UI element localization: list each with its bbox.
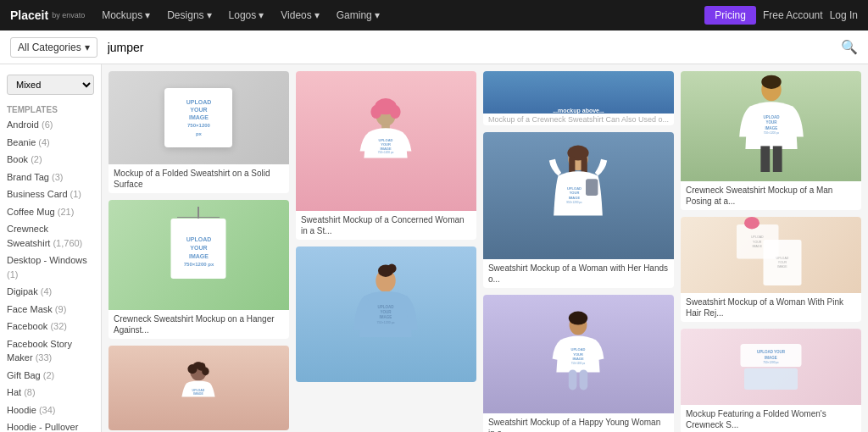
svg-rect-27 — [586, 179, 598, 196]
sidebar-item-business-card[interactable]: Business Card (1) — [0, 186, 101, 203]
grid-col-4: UPLOAD YOUR IMAGE 750×1200 px Crewneck S… — [681, 71, 861, 432]
svg-text:750×1200 px: 750×1200 px — [377, 321, 395, 324]
card-label: Sweatshirt Mockup of a Woman With Pink H… — [681, 293, 861, 322]
nav-logos[interactable]: Logos ▾ — [229, 9, 264, 21]
svg-text:YOUR: YOUR — [570, 191, 580, 195]
svg-rect-49 — [772, 146, 782, 172]
svg-point-43 — [761, 75, 781, 89]
svg-rect-38 — [569, 369, 577, 390]
sidebar-item-crewneck[interactable]: Crewneck Sweatshirt (1,760) — [0, 220, 101, 252]
sidebar-item-coffee-mug[interactable]: Coffee Mug (21) — [0, 203, 101, 221]
grid-col-2: UPLOAD YOUR IMAGE 750×1200 px Sweatshirt… — [296, 71, 476, 382]
sort-select[interactable]: Mixed Newest Popular — [7, 75, 94, 95]
free-account-button[interactable]: Free Account — [763, 9, 823, 21]
svg-text:IMAGE: IMAGE — [753, 245, 763, 248]
svg-text:750×1200 px: 750×1200 px — [763, 361, 779, 364]
svg-text:UPLOAD YOUR: UPLOAD YOUR — [757, 350, 786, 354]
card-folded-sweatshirt[interactable]: UPLOADYOURIMAGE750×1200 px Mockup of a F… — [108, 71, 289, 193]
svg-text:IMAGE: IMAGE — [380, 315, 392, 319]
svg-text:UPLOAD: UPLOAD — [571, 347, 586, 352]
sidebar-item-fb-story[interactable]: Facebook Story Maker (33) — [0, 335, 101, 367]
svg-text:750×1200 px: 750×1200 px — [571, 362, 586, 365]
card-blue-sweatshirt-model[interactable]: UPLOAD YOUR IMAGE 750×1200 px — [296, 246, 476, 382]
pricing-button[interactable]: Pricing — [704, 6, 756, 25]
svg-text:750×1200 px: 750×1200 px — [378, 151, 394, 154]
sidebar-item-hat[interactable]: Hat (8) — [0, 384, 101, 402]
login-button[interactable]: Log In — [830, 9, 858, 21]
card-label: Crewneck Sweatshirt Mockup on a Hanger A… — [108, 310, 289, 339]
card-label: Mockup Featuring a Folded Women's Crewne… — [681, 405, 861, 432]
svg-text:UPLOAD: UPLOAD — [192, 389, 205, 392]
sidebar-item-android[interactable]: Android (6) — [0, 116, 101, 134]
svg-text:UPLOAD: UPLOAD — [776, 257, 789, 260]
svg-point-33 — [569, 312, 587, 325]
sidebar-item-desktop-win[interactable]: Desktop - Windows (1) — [0, 252, 101, 283]
svg-text:750×1200 px: 750×1200 px — [763, 131, 779, 135]
nav-mockups[interactable]: Mockups ▾ — [102, 9, 150, 21]
svg-point-58 — [744, 217, 760, 229]
grid-col-3: ...mockup above... Mockup of a Crewneck … — [483, 71, 674, 432]
nav-right-actions: Pricing Free Account Log In — [704, 6, 858, 25]
sidebar-item-gift-bag[interactable]: Gift Bag (2) — [0, 367, 101, 385]
nav-gaming[interactable]: Gaming ▾ — [337, 9, 380, 21]
search-bar: All Categories ▾ 🔍 — [0, 30, 868, 64]
svg-point-3 — [203, 368, 209, 376]
svg-text:UPLOAD: UPLOAD — [567, 186, 581, 191]
card-woman-curly[interactable]: UPLOAD IMAGE — [108, 346, 289, 430]
mockup-grid: UPLOADYOURIMAGE750×1200 px Mockup of a F… — [108, 71, 861, 432]
svg-point-18 — [387, 264, 397, 274]
svg-rect-48 — [760, 146, 770, 172]
nav-videos[interactable]: Videos ▾ — [281, 9, 319, 21]
svg-text:YOUR: YOUR — [574, 352, 584, 357]
card-happy-young-woman[interactable]: UPLOAD YOUR IMAGE 750×1200 px Sweatshirt… — [483, 295, 674, 432]
svg-text:YOUR: YOUR — [778, 261, 787, 264]
card-woman-pink-hair[interactable]: UPLOAD YOUR IMAGE 750×1200 px Sweatshirt… — [296, 71, 476, 240]
sidebar-item-hoodie-pullover[interactable]: Hoodie - Pullover (34) — [0, 418, 101, 432]
logo-text: Placeit — [10, 8, 48, 22]
card-label: Sweatshirt Mockup of a Woman with Her Ha… — [483, 259, 674, 288]
svg-text:UPLOAD: UPLOAD — [378, 305, 395, 309]
sidebar-item-book[interactable]: Book (2) — [0, 151, 101, 169]
svg-point-9 — [371, 105, 382, 119]
card-label: Sweatshirt Mockup of a Happy Young Woman… — [483, 413, 674, 432]
logo-subtitle: by envato — [52, 11, 85, 19]
svg-text:IMAGE: IMAGE — [765, 356, 777, 360]
category-dropdown[interactable]: All Categories ▾ — [10, 37, 97, 58]
card-pink-hair-reject[interactable]: UPLOAD YOUR IMAGE UPLOAD YOUR IMAGE Swea… — [681, 217, 861, 322]
sidebar-item-beanie[interactable]: Beanie (4) — [0, 134, 101, 152]
svg-text:UPLOAD: UPLOAD — [751, 235, 764, 239]
search-button[interactable]: 🔍 — [841, 39, 858, 55]
svg-text:YOUR: YOUR — [765, 120, 777, 125]
sidebar-item-brand-tag[interactable]: Brand Tag (3) — [0, 169, 101, 186]
main-layout: Mixed Newest Popular Templates Android (… — [0, 64, 868, 432]
svg-text:UPLOAD: UPLOAD — [763, 115, 780, 119]
svg-text:IMAGE: IMAGE — [573, 357, 584, 361]
sidebar: Mixed Newest Popular Templates Android (… — [0, 64, 102, 432]
sidebar-templates-label: Templates — [0, 102, 101, 116]
card-folded-womens-crewneck[interactable]: UPLOAD YOUR IMAGE 750×1200 px Mockup Fea… — [681, 329, 861, 432]
sidebar-item-hoodie[interactable]: Hoodie (34) — [0, 402, 101, 419]
svg-rect-39 — [580, 369, 588, 390]
card-man-posing[interactable]: UPLOAD YOUR IMAGE 750×1200 px Crewneck S… — [681, 71, 861, 210]
sidebar-item-facebook[interactable]: Facebook (32) — [0, 318, 101, 335]
logo[interactable]: Placeit by envato — [10, 8, 85, 22]
card-label: Sweatshirt Mockup of a Concerned Woman i… — [296, 211, 476, 240]
svg-text:YOUR: YOUR — [381, 310, 392, 314]
search-input[interactable] — [104, 37, 834, 58]
svg-rect-60 — [744, 368, 798, 390]
grid-col-1: UPLOADYOURIMAGE750×1200 px Mockup of a F… — [108, 71, 289, 430]
svg-point-4 — [194, 362, 203, 368]
content-area: UPLOADYOURIMAGE750×1200 px Mockup of a F… — [102, 64, 868, 432]
card-woman-hands-up[interactable]: UPLOAD YOUR IMAGE 950×1200 px Sweatshirt… — [483, 132, 674, 288]
sidebar-item-face-mask[interactable]: Face Mask (9) — [0, 301, 101, 318]
card-partial-top[interactable]: ...mockup above... Mockup of a Crewneck … — [483, 71, 674, 125]
svg-text:IMAGE: IMAGE — [194, 392, 204, 396]
card-hanger-sweatshirt[interactable]: UPLOADYOURIMAGE750×1200 px Crewneck Swea… — [108, 200, 289, 339]
svg-point-10 — [390, 105, 401, 119]
card-label: Crewneck Sweatshirt Mockup of a Man Posi… — [681, 181, 861, 210]
card-label: Mockup of a Folded Sweatshirt on a Solid… — [108, 164, 289, 193]
nav-designs[interactable]: Designs ▾ — [167, 9, 211, 21]
sidebar-item-digipak[interactable]: Digipak (4) — [0, 283, 101, 301]
svg-text:YOUR: YOUR — [753, 241, 762, 244]
svg-text:IMAGE: IMAGE — [569, 196, 581, 200]
